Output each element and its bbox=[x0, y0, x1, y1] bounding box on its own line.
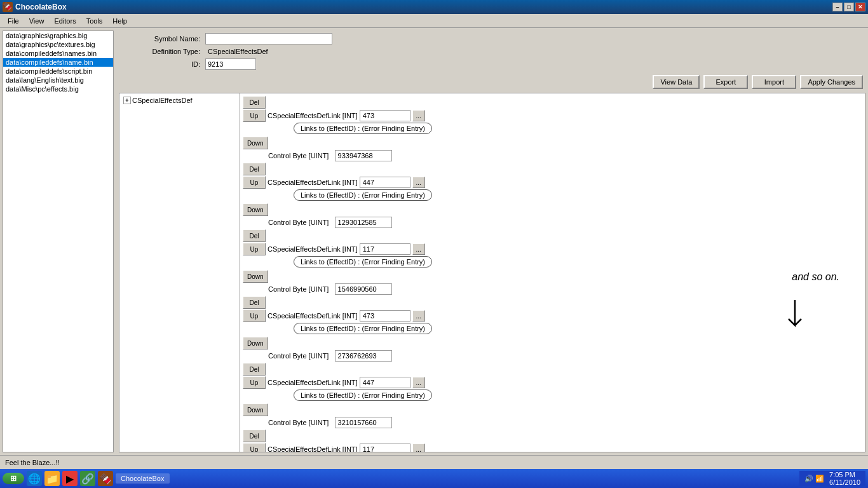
up-button-1[interactable]: Up bbox=[243, 176, 266, 189]
sidebar-item-4[interactable]: data\compileddefs\script.bin bbox=[3, 67, 113, 76]
link-entry-3: Links to (EffectID) : (Error Finding Ent… bbox=[294, 323, 432, 334]
down-button-2[interactable]: Down bbox=[243, 270, 268, 283]
sidebar-item-3[interactable]: data\compileddefs\name.bin bbox=[3, 58, 113, 67]
taskbar-folder-icon[interactable]: 📁 bbox=[44, 471, 60, 486]
ellipsis-button-4[interactable]: ... bbox=[412, 377, 425, 388]
entry-1-ctrl-row: Control Byte [UINT] bbox=[243, 217, 862, 228]
del-button-4[interactable]: Del bbox=[243, 363, 266, 376]
view-data-button[interactable]: View Data bbox=[653, 75, 700, 89]
ellipsis-button-5[interactable]: ... bbox=[412, 444, 425, 452]
tree-node-label: CSpecialEffectsDef bbox=[132, 97, 193, 104]
right-panel: Symbol Name: Definition Type: CSpecialEf… bbox=[119, 30, 865, 452]
link-entry-2: Links to (EffectID) : (Error Finding Ent… bbox=[294, 256, 432, 268]
titlebar-left: 🍫 ChocolateBox bbox=[3, 2, 67, 12]
link-input-1[interactable] bbox=[360, 177, 410, 188]
down-button-0[interactable]: Down bbox=[243, 137, 268, 149]
entry-0-link-row: Links to (EffectID) : (Error Finding Ent… bbox=[243, 123, 862, 136]
sidebar-item-2[interactable]: data\compileddefs\names.bin bbox=[3, 49, 113, 58]
link-input-3[interactable] bbox=[360, 310, 410, 322]
ellipsis-button-2[interactable]: ... bbox=[412, 243, 425, 255]
sidebar-item-6[interactable]: data\Misc\pc\effects.big bbox=[3, 85, 113, 93]
entry-5-up-row: Up CSpecialEffectsDefLink [INT] ... bbox=[243, 443, 862, 452]
entry-3-ctrl-row: Control Byte [UINT] bbox=[243, 350, 862, 362]
del-button-5[interactable]: Del bbox=[243, 430, 266, 442]
import-button[interactable]: Import bbox=[752, 75, 796, 89]
menu-file[interactable]: File bbox=[3, 16, 24, 26]
data-list-panel: Del Up CSpecialEffectsDefLink [INT] ... … bbox=[240, 93, 865, 452]
link-label-3: CSpecialEffectsDefLink [INT] bbox=[268, 312, 358, 320]
entry-4-del-row: Del bbox=[243, 363, 862, 376]
taskbar-network-icon[interactable]: 🔗 bbox=[80, 471, 95, 486]
ellipsis-button-0[interactable]: ... bbox=[412, 110, 425, 121]
entry-2-link-row: Links to (EffectID) : (Error Finding Ent… bbox=[243, 256, 862, 269]
menu-help[interactable]: Help bbox=[107, 16, 132, 26]
entry-group-2: Del Up CSpecialEffectsDefLink [INT] ... … bbox=[243, 229, 862, 295]
down-button-1[interactable]: Down bbox=[243, 203, 268, 216]
entry-3-up-row: Up CSpecialEffectsDefLink [INT] ... bbox=[243, 309, 862, 322]
tree-node-root[interactable]: + CSpecialEffectsDef bbox=[122, 96, 237, 105]
down-button-3[interactable]: Down bbox=[243, 337, 268, 349]
entry-2-ctrl-row: Control Byte [UINT] bbox=[243, 283, 862, 295]
link-input-2[interactable] bbox=[360, 243, 410, 255]
del-button-2[interactable]: Del bbox=[243, 229, 266, 242]
menu-editors[interactable]: Editors bbox=[49, 16, 81, 26]
link-input-0[interactable] bbox=[360, 110, 410, 121]
taskbar-right: 🔊 📶 7:05 PM 6/11/2010 bbox=[799, 471, 865, 486]
maximize-button[interactable]: □ bbox=[844, 3, 854, 11]
ctrl-input-1[interactable] bbox=[335, 217, 392, 228]
menu-tools[interactable]: Tools bbox=[81, 16, 108, 26]
ellipsis-button-1[interactable]: ... bbox=[412, 177, 425, 188]
taskbar-choco-icon[interactable]: 🍫 bbox=[98, 471, 113, 486]
ctrl-label-0: Control Byte [UINT] bbox=[268, 152, 332, 159]
entry-3-del-row: Del bbox=[243, 296, 862, 309]
export-button[interactable]: Export bbox=[703, 75, 748, 89]
down-button-4[interactable]: Down bbox=[243, 403, 268, 416]
ctrl-input-2[interactable] bbox=[335, 283, 392, 295]
up-button-0[interactable]: Up bbox=[243, 109, 266, 122]
menu-view[interactable]: View bbox=[24, 16, 50, 26]
taskbar-ie-icon[interactable]: 🌐 bbox=[27, 471, 42, 486]
entry-4-link-row: Links to (EffectID) : (Error Finding Ent… bbox=[243, 390, 862, 403]
sidebar-item-5[interactable]: data\lang\English\text.big bbox=[3, 76, 113, 85]
data-area: + CSpecialEffectsDef Del Up CSpecialEffe… bbox=[119, 93, 865, 452]
close-button[interactable]: ✕ bbox=[855, 3, 865, 11]
id-row: ID: bbox=[124, 58, 860, 70]
annotation-arrow bbox=[782, 297, 808, 336]
del-button-1[interactable]: Del bbox=[243, 163, 266, 175]
ellipsis-button-3[interactable]: ... bbox=[412, 310, 425, 322]
taskbar-media-icon[interactable]: ▶ bbox=[62, 471, 78, 486]
up-button-5[interactable]: Up bbox=[243, 443, 266, 452]
start-button[interactable]: ⊞ bbox=[3, 473, 24, 484]
up-button-3[interactable]: Up bbox=[243, 309, 266, 322]
ctrl-label-2: Control Byte [UINT] bbox=[268, 285, 332, 293]
link-input-4[interactable] bbox=[360, 377, 410, 388]
del-button-3[interactable]: Del bbox=[243, 296, 266, 309]
minimize-button[interactable]: – bbox=[832, 3, 843, 11]
ctrl-input-4[interactable] bbox=[335, 417, 392, 428]
id-input[interactable] bbox=[205, 58, 256, 70]
sidebar-item-1[interactable]: data\graphics\pc\textures.big bbox=[3, 40, 113, 49]
symbol-name-input[interactable] bbox=[205, 33, 332, 44]
entry-3-down-row: Down bbox=[243, 337, 862, 349]
sidebar-item-0[interactable]: data\graphics\graphics.big bbox=[3, 31, 113, 40]
tree-expander[interactable]: + bbox=[123, 97, 131, 104]
ctrl-label-3: Control Byte [UINT] bbox=[268, 352, 332, 360]
del-button-0[interactable]: Del bbox=[243, 96, 266, 109]
up-button-2[interactable]: Up bbox=[243, 243, 266, 255]
entry-group-5: Del Up CSpecialEffectsDefLink [INT] ... … bbox=[243, 430, 862, 452]
link-entry-4: Links to (EffectID) : (Error Finding Ent… bbox=[294, 390, 432, 401]
entry-1-link-row: Links to (EffectID) : (Error Finding Ent… bbox=[243, 189, 862, 203]
action-buttons: View Data Export Import Apply Changes bbox=[119, 75, 865, 89]
app-icon: 🍫 bbox=[3, 2, 13, 12]
taskbar-app-item[interactable]: ChocolateBox bbox=[116, 473, 170, 484]
sidebar: data\graphics\graphics.big data\graphics… bbox=[3, 30, 114, 452]
app-title: ChocolateBox bbox=[15, 3, 67, 11]
taskbar-time: 7:05 PM 6/11/2010 bbox=[829, 471, 860, 486]
up-button-4[interactable]: Up bbox=[243, 376, 266, 389]
apply-changes-button[interactable]: Apply Changes bbox=[800, 75, 863, 89]
symbol-name-label: Symbol Name: bbox=[124, 35, 200, 43]
link-input-5[interactable] bbox=[360, 444, 410, 452]
ctrl-input-0[interactable] bbox=[335, 150, 392, 161]
statusbar: Feel the Blaze...!! bbox=[0, 455, 868, 469]
ctrl-input-3[interactable] bbox=[335, 350, 392, 362]
